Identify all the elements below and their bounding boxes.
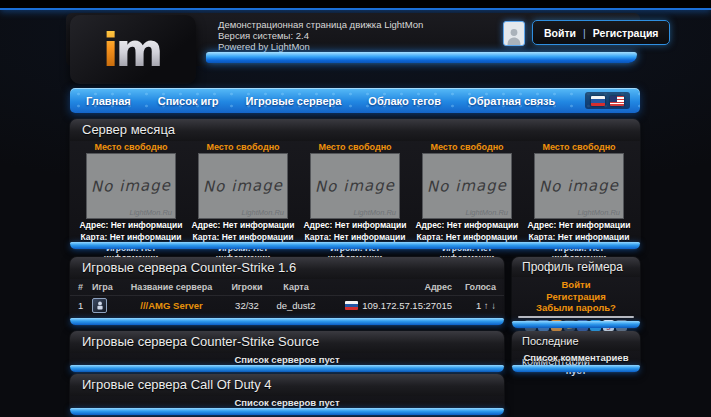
no-image-placeholder: No image LightMon.Ru: [422, 153, 512, 219]
slot-address: Адрес: Нет информации: [526, 221, 632, 231]
cs16-panel-title: Игровые сервера Counter-Strike 1.6: [70, 257, 504, 279]
watermark-text: LightMon.Ru: [465, 208, 508, 217]
server-table-row: 1 ///AMG Server 32/32 de_dust2 109.172.5…: [70, 296, 504, 315]
site-description: Демонстрационная страница движка LightMo…: [218, 19, 423, 52]
col-num: #: [78, 282, 92, 292]
no-image-placeholder: No image LightMon.Ru: [86, 153, 176, 219]
free-slot-link[interactable]: Место свободно: [414, 142, 520, 153]
panel-bottom-bar: [70, 242, 640, 249]
panel-bottom-bar: [70, 318, 504, 325]
server-of-month-panel: Сервер месяца Место свободно No image Li…: [70, 119, 640, 249]
slot-map: Карта: Нет информации: [190, 233, 296, 243]
logo-letter-m: m: [115, 27, 163, 73]
servers-table-header: # Игра Название сервера Игроки Карта Адр…: [70, 279, 504, 296]
server-ip: 109.172.57.15:27015: [362, 300, 452, 311]
main-navigation: Главная Список игр Игровые сервера Облак…: [70, 88, 640, 113]
slot-address: Адрес: Нет информации: [302, 221, 408, 231]
panel-bottom-bar: [70, 408, 504, 415]
cssource-panel-title: Игровые сервера Counter-Strike Source: [70, 331, 504, 353]
col-address: Адрес: [324, 282, 452, 292]
counter-strike-game-icon: [92, 298, 107, 313]
server-name-link[interactable]: ///AMG Server: [117, 300, 226, 311]
profile-register-link[interactable]: Регистрация: [512, 291, 640, 303]
no-image-text: No image: [539, 176, 619, 195]
slot-address: Адрес: Нет информации: [414, 221, 520, 231]
site-description-line1: Демонстрационная страница движка LightMo…: [218, 19, 423, 30]
english-flag-icon[interactable]: [610, 96, 624, 106]
votes-count: 1: [476, 300, 481, 311]
profile-panel-title: Профиль геймера: [512, 257, 640, 277]
row-num: 1: [78, 300, 92, 311]
col-name: Название сервера: [117, 282, 226, 292]
last-comments-panel: Последние комментарии Список комментарие…: [512, 331, 640, 372]
col-map: Карта: [268, 282, 324, 292]
cod4-servers-panel: Игровые сервера Call Of Duty 4 Список се…: [70, 374, 504, 415]
profile-forgot-password-link[interactable]: Забыли пароль?: [512, 302, 640, 314]
login-label[interactable]: Войти: [544, 27, 576, 39]
nav-item-game-servers[interactable]: Игровые сервера: [246, 95, 342, 107]
user-avatar-icon: [503, 21, 525, 46]
panel-bottom-bar: [512, 321, 640, 328]
row-address: 109.172.57.15:27015: [324, 300, 452, 311]
free-slot-link[interactable]: Место свободно: [78, 142, 184, 153]
col-game: Игра: [92, 282, 117, 292]
nav-item-tag-cloud[interactable]: Облако тегов: [368, 95, 441, 107]
login-register-button[interactable]: Войти | Регистрация: [532, 20, 670, 45]
register-label[interactable]: Регистрация: [593, 27, 659, 39]
panel-bottom-bar: [512, 365, 640, 372]
col-players: Игроки: [226, 282, 268, 292]
cs16-servers-panel: Игровые сервера Counter-Strike 1.6 # Игр…: [70, 257, 504, 325]
watermark-text: LightMon.Ru: [353, 208, 396, 217]
gamer-profile-panel: Профиль геймера Войти Регистрация Забыли…: [512, 257, 640, 328]
person-icon: [506, 27, 522, 45]
no-image-placeholder: No image LightMon.Ru: [310, 153, 400, 219]
nav-item-home[interactable]: Главная: [86, 95, 131, 107]
profile-links: Войти Регистрация Забыли пароль?: [512, 277, 640, 314]
russian-flag-icon[interactable]: [591, 96, 605, 106]
nav-item-feedback[interactable]: Обратная связь: [468, 95, 555, 107]
no-image-text: No image: [203, 176, 283, 195]
vote-up-arrow-icon[interactable]: ↑: [484, 300, 489, 311]
comments-panel-title: Последние комментарии: [512, 331, 640, 351]
slot-map: Карта: Нет информации: [302, 233, 408, 243]
site-logo[interactable]: i m: [70, 15, 196, 84]
col-votes: Голоса: [452, 282, 496, 292]
free-slot-link[interactable]: Место свободно: [190, 142, 296, 153]
page-background: i m Демонстрационная страница движка Lig…: [0, 0, 711, 417]
panel-bottom-bar: [70, 365, 504, 372]
free-slot-link[interactable]: Место свободно: [526, 142, 632, 153]
watermark-text: LightMon.Ru: [577, 208, 620, 217]
slot-address: Адрес: Нет информации: [190, 221, 296, 231]
slot-map: Карта: Нет информации: [414, 233, 520, 243]
watermark-text: LightMon.Ru: [241, 208, 284, 217]
header-blue-bar: [206, 52, 637, 63]
vote-down-arrow-icon[interactable]: ↓: [491, 300, 496, 311]
row-players: 32/32: [226, 300, 268, 311]
divider: [518, 316, 634, 318]
language-switcher: [585, 92, 630, 109]
login-separator: |: [583, 27, 586, 39]
row-votes: 1 ↑ ↓: [452, 300, 496, 311]
no-image-text: No image: [91, 176, 171, 195]
site-powered-line: Powered by LightMon: [218, 41, 423, 52]
no-image-placeholder: No image LightMon.Ru: [198, 153, 288, 219]
slot-map: Карта: Нет информации: [526, 233, 632, 243]
no-image-text: No image: [427, 176, 507, 195]
cod4-panel-title: Игровые сервера Call Of Duty 4: [70, 374, 504, 396]
russian-flag-icon: [345, 301, 358, 310]
profile-login-link[interactable]: Войти: [512, 279, 640, 291]
slot-map: Карта: Нет информации: [78, 233, 184, 243]
no-image-placeholder: No image LightMon.Ru: [534, 153, 624, 219]
nav-item-games-list[interactable]: Список игр: [158, 95, 219, 107]
server-of-month-title: Сервер месяца: [70, 119, 640, 141]
top-strip: [0, 0, 711, 10]
site-version-line: Версия системы: 2.4: [218, 30, 423, 41]
no-image-text: No image: [315, 176, 395, 195]
free-slot-link[interactable]: Место свободно: [302, 142, 408, 153]
watermark-text: LightMon.Ru: [129, 208, 172, 217]
slot-address: Адрес: Нет информации: [78, 221, 184, 231]
cssource-servers-panel: Игровые сервера Counter-Strike Source Сп…: [70, 331, 504, 372]
site-header: i m Демонстрационная страница движка Lig…: [66, 13, 640, 66]
row-map: de_dust2: [268, 300, 324, 311]
